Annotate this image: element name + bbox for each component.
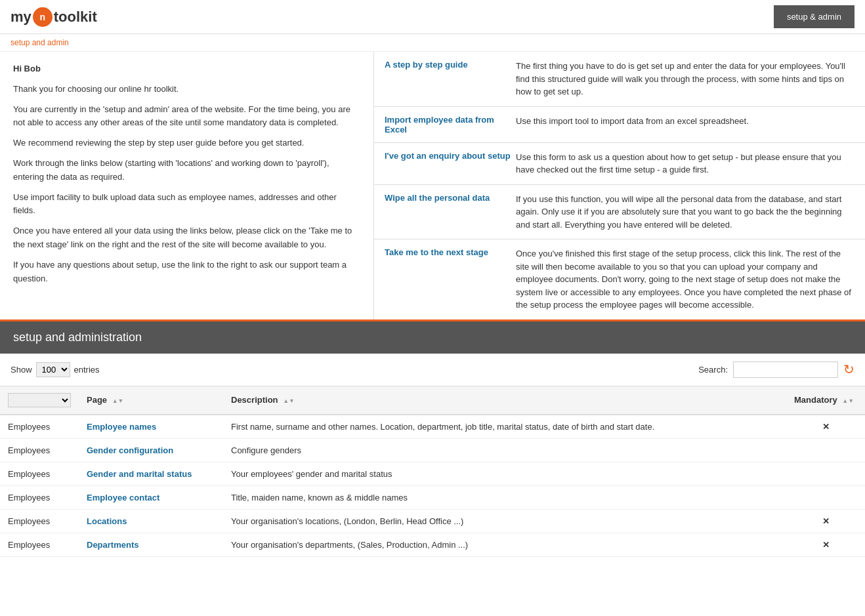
show-entries-control: Show 10 25 50 100 entries <box>11 362 100 377</box>
cell-page: Employee contact <box>79 485 223 509</box>
intro-p1: Thank you for choosing our online hr too… <box>13 83 360 96</box>
intro-p4: Work through the links below (starting w… <box>13 157 360 184</box>
table-row: EmployeesDepartmentsYour organisation's … <box>0 533 865 556</box>
breadcrumb: setup and admin <box>0 34 865 52</box>
right-link-wipe[interactable]: Wipe all the personal data <box>385 193 516 203</box>
left-panel: Hi Bob Thank you for choosing our online… <box>0 52 374 319</box>
cell-description: Title, maiden name, known as & middle na… <box>223 485 786 509</box>
col-filter-header: Employees <box>0 386 79 415</box>
cell-category: Employees <box>0 485 79 509</box>
cell-page: Departments <box>79 533 223 556</box>
intro-p6: Once you have entered all your data usin… <box>13 224 360 252</box>
col-desc-header: Description ▲▼ <box>223 386 786 415</box>
cell-category: Employees <box>0 509 79 533</box>
logo-text-my: my <box>11 9 32 26</box>
cell-description: Your employees' gender and marital statu… <box>223 462 786 485</box>
mandatory-sort-icon[interactable]: ▲▼ <box>842 398 854 404</box>
cell-page: Gender and marital status <box>79 462 223 485</box>
refresh-button[interactable]: ↻ <box>843 361 854 377</box>
intro-p5: Use import facility to bulk upload data … <box>13 191 360 218</box>
intro-p7: If you have any questions about setup, u… <box>13 258 360 286</box>
admin-section-title: setup and administration <box>13 331 852 344</box>
right-desc-step-guide: The first thing you have to do is get se… <box>516 60 854 98</box>
right-link-import[interactable]: Import employee data from Excel <box>385 115 516 134</box>
logo-text-toolkit: toolkit <box>54 9 97 26</box>
table-controls: Show 10 25 50 100 entries Search: ↻ <box>0 354 865 386</box>
search-input[interactable] <box>733 361 838 378</box>
entries-label: entries <box>74 365 100 375</box>
right-link-step-guide[interactable]: A step by step guide <box>385 60 516 70</box>
col-mandatory-header: Mandatory ▲▼ <box>786 386 865 415</box>
right-panel: A step by step guide The first thing you… <box>374 52 865 319</box>
admin-section-header: setup and administration <box>0 321 865 354</box>
right-desc-import: Use this import tool to import data from… <box>516 115 854 128</box>
cell-category: Employees <box>0 438 79 462</box>
cell-mandatory: ✕ <box>786 509 865 533</box>
right-desc-wipe: If you use this function, you will wipe … <box>516 193 854 232</box>
entries-select[interactable]: 10 25 50 100 <box>36 362 70 377</box>
cell-mandatory <box>786 485 865 509</box>
cell-category: Employees <box>0 462 79 485</box>
logo: my n toolkit <box>11 7 97 27</box>
header: my n toolkit setup & admin <box>0 0 865 34</box>
col-page-header: Page ▲▼ <box>79 386 223 415</box>
table-header-row: Employees Page ▲▼ Description ▲▼ Mandato… <box>0 386 865 415</box>
cell-category: Employees <box>0 415 79 439</box>
cell-description: Configure genders <box>223 438 786 462</box>
cell-mandatory: ✕ <box>786 533 865 556</box>
cell-description: First name, surname and other names. Loc… <box>223 415 786 439</box>
cell-page: Locations <box>79 509 223 533</box>
search-box: Search: ↻ <box>698 361 854 378</box>
intro-p3: We recommend reviewing the step by step … <box>13 136 360 150</box>
show-label: Show <box>11 365 32 375</box>
right-row-4: Take me to the next stage Once you've fi… <box>374 239 865 319</box>
table-row: EmployeesLocationsYour organisation's lo… <box>0 509 865 533</box>
page-link[interactable]: Gender and marital status <box>87 469 192 479</box>
page-link[interactable]: Gender configuration <box>87 445 173 455</box>
main-content: Hi Bob Thank you for choosing our online… <box>0 52 865 321</box>
table-row: EmployeesEmployee namesFirst name, surna… <box>0 415 865 439</box>
data-table: Employees Page ▲▼ Description ▲▼ Mandato… <box>0 386 865 557</box>
cell-description: Your organisation's locations, (London, … <box>223 509 786 533</box>
right-row-1: Import employee data from Excel Use this… <box>374 107 865 143</box>
right-row-2: I've got an enquiry about setup Use this… <box>374 143 865 185</box>
filter-dropdown[interactable]: Employees <box>8 393 71 407</box>
page-link[interactable]: Employee names <box>87 422 156 432</box>
cell-page: Gender configuration <box>79 438 223 462</box>
intro-p2: You are currently in the 'setup and admi… <box>13 103 360 131</box>
right-link-next-stage[interactable]: Take me to the next stage <box>385 247 516 257</box>
desc-sort-icon[interactable]: ▲▼ <box>283 398 295 404</box>
right-link-enquiry[interactable]: I've got an enquiry about setup <box>385 151 516 161</box>
search-label: Search: <box>698 365 728 375</box>
right-desc-next-stage: Once you've finished this first stage of… <box>516 247 854 312</box>
right-row-3: Wipe all the personal data If you use th… <box>374 185 865 240</box>
table-body: EmployeesEmployee namesFirst name, surna… <box>0 415 865 557</box>
right-desc-enquiry: Use this form to ask us a question about… <box>516 151 854 176</box>
right-row-0: A step by step guide The first thing you… <box>374 52 865 107</box>
cell-mandatory: ✕ <box>786 415 865 439</box>
table-row: EmployeesEmployee contactTitle, maiden n… <box>0 485 865 509</box>
cell-mandatory <box>786 438 865 462</box>
cell-description: Your organisation's departments, (Sales,… <box>223 533 786 556</box>
page-link[interactable]: Locations <box>87 516 127 526</box>
page-link[interactable]: Employee contact <box>87 493 159 503</box>
table-row: EmployeesGender and marital statusYour e… <box>0 462 865 485</box>
cell-category: Employees <box>0 533 79 556</box>
logo-bubble: n <box>33 7 53 27</box>
cell-page: Employee names <box>79 415 223 439</box>
table-row: EmployeesGender configurationConfigure g… <box>0 438 865 462</box>
page-link[interactable]: Departments <box>87 540 138 550</box>
setup-admin-button[interactable]: setup & admin <box>774 5 854 28</box>
page-sort-icon[interactable]: ▲▼ <box>112 398 124 404</box>
cell-mandatory <box>786 462 865 485</box>
greeting: Hi Bob <box>13 62 360 76</box>
